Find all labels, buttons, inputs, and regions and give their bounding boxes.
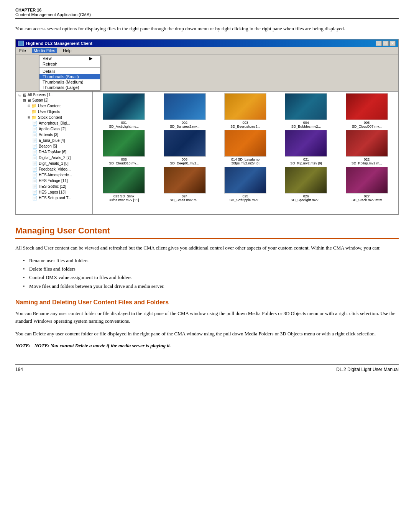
tree-item-susan[interactable]: ⊟ 🖥 Susan [2] <box>17 98 92 103</box>
tree-item-luna-blue[interactable]: 📄 a_luna_blue [4] <box>17 138 92 143</box>
thumb-item-002[interactable]: 002SD_Baitview2.mv... <box>155 93 214 128</box>
thumb-label-014: 014 SD_Lavalamp30fps.mv2.m2v [8] <box>231 158 260 165</box>
thumb-item-001[interactable]: 001SD_Arcticlight.mv... <box>94 93 153 128</box>
tree-item-hes-logos[interactable]: 📄 HES Logos [13] <box>17 189 92 195</box>
dropdown-thumbnails-small[interactable]: Thumbnails (Small) <box>39 74 100 79</box>
tree-item-digital-arials-2[interactable]: 📄 Digital_Arials_2 [7] <box>17 155 92 161</box>
thumb-item-004[interactable]: 004SD_Bubbles.mv2... <box>276 93 335 128</box>
menu-file[interactable]: File <box>18 48 28 53</box>
tree-item-stock-content[interactable]: ⊟ 📁 Stock Content <box>17 115 92 120</box>
naming-para1: You can Rename any user content folder o… <box>15 310 399 326</box>
thumb-item-006[interactable]: 006SD_Cloud010.mv... <box>94 130 153 165</box>
tree-item-all-servers[interactable]: ⊟ 🖥 All Servers [1... <box>17 92 92 98</box>
managing-bullets: Rename user files and folders Delete fil… <box>15 256 399 290</box>
title-bar-buttons: _ □ ✕ <box>376 41 396 46</box>
tree-item-amorphous[interactable]: 📄 Amorphous_Digi... <box>17 120 92 126</box>
tree-label-all-servers: All Servers [1... <box>28 93 54 97</box>
page-footer: 194 DL.2 Digital Light User Manual <box>15 364 399 372</box>
bullet-delete: Delete files and folders <box>23 265 399 273</box>
tree-label-hes-gothic: HES Gothic [12] <box>39 184 66 189</box>
tree-label-digital-arials-2: Digital_Arials_2 [7] <box>39 156 71 160</box>
thumb-image-014 <box>224 130 266 157</box>
tree-label-hes-foliage: HES Foliage [11] <box>39 179 68 183</box>
page-number: 194 <box>15 367 23 372</box>
menu-help[interactable]: Help <box>61 48 73 53</box>
dropdown-thumbnails-large[interactable]: Thumbnails (Large) <box>39 85 100 90</box>
folder-icon-user-content: 📁 <box>31 103 37 108</box>
tree-item-hes-foliage[interactable]: 📄 HES Foliage [11] <box>17 178 92 184</box>
app-title: HighEnd DL2 Management Client <box>26 41 92 46</box>
intro-paragraph: You can access several options for displ… <box>15 25 399 33</box>
tree-item-beacon[interactable]: 📄 Beacon [5] <box>17 143 92 149</box>
thumb-image-023 <box>103 167 145 194</box>
chapter-title: Content Management Application (CMA) <box>15 12 399 17</box>
tree-item-dha-topmac[interactable]: 📄 DHA TopMac [6] <box>17 149 92 155</box>
app-icon <box>18 41 24 46</box>
tree-label-stock-content: Stock Content <box>38 115 62 120</box>
expand-icon-user-content: ⊞ <box>28 104 31 108</box>
dropdown-thumbnails-large-label: Thumbnails (Large) <box>43 85 79 90</box>
thumb-item-014[interactable]: 014 SD_Lavalamp30fps.mv2.m2v [8] <box>216 130 275 165</box>
thumb-item-026[interactable]: 026SD_Spotlight.mv2... <box>276 167 335 202</box>
tree-item-apollo[interactable]: 📄 Apollo Glass [2] <box>17 126 92 132</box>
tree-label-user-objects: User Objects <box>38 110 60 114</box>
file-icon-artbeats: 📄 <box>32 132 38 137</box>
tree-item-artbeats[interactable]: 📄 Artbeats [3] <box>17 132 92 138</box>
tree-item-feedback[interactable]: 📄 Feedback_Video... <box>17 166 92 172</box>
thumb-image-005 <box>346 93 388 120</box>
note-label: NOTE: <box>15 343 34 348</box>
tree-label-beacon: Beacon [5] <box>39 144 57 148</box>
dropdown-view[interactable]: View ▶ <box>39 56 100 61</box>
maximize-button[interactable]: □ <box>383 41 389 46</box>
manual-title: DL.2 Digital Light User Manual <box>336 367 399 372</box>
dropdown-area: View ▶ Refresh Details Thumbnails (Small… <box>16 54 398 92</box>
thumb-image-008 <box>164 130 206 157</box>
thumb-item-008[interactable]: 008SD_Deep01.mv2... <box>155 130 214 165</box>
tree-label-feedback: Feedback_Video... <box>39 167 71 171</box>
file-icon-digit-airials-1: 📄 <box>32 161 38 166</box>
section-managing-title: Managing User Content <box>15 226 399 239</box>
thumb-item-024[interactable]: 024SD_Smelt.mv2.m... <box>155 167 214 202</box>
minimize-button[interactable]: _ <box>376 41 382 46</box>
naming-para2: You can Delete any user content folder o… <box>15 330 399 338</box>
tree-item-hes-setup[interactable]: 📄 HES Setup and T... <box>17 195 92 201</box>
tree-label-artbeats: Artbeats [3] <box>39 133 58 137</box>
tree-item-hes-atmospheric[interactable]: 📄 HES Atmospheric... <box>17 172 92 178</box>
thumb-item-005[interactable]: 005SD_Cloud007.mv... <box>337 93 396 128</box>
file-icon-hes-setup: 📄 <box>32 195 38 200</box>
thumb-label-025: 025SD_Softripple.mv2... <box>230 194 261 202</box>
thumb-item-003[interactable]: 003SD_Beerush.mv2... <box>216 93 275 128</box>
tree-item-hes-gothic[interactable]: 📄 HES Gothic [12] <box>17 184 92 189</box>
thumb-item-023[interactable]: 023 SD_Slink30fps.mv2.m2v [11] <box>94 167 153 202</box>
menu-media-files[interactable]: Media Files <box>32 48 57 53</box>
chapter-number: CHAPTER 16 <box>15 8 399 12</box>
chapter-header: CHAPTER 16 Content Management Applicatio… <box>15 8 399 19</box>
dropdown-thumbnails-medium[interactable]: Thumbnails (Medium) <box>39 79 100 85</box>
dropdown-thumbnails-small-label: Thumbnails (Small) <box>43 74 79 79</box>
file-icon-apollo: 📄 <box>32 126 38 131</box>
thumb-image-001 <box>103 93 145 120</box>
thumb-label-003: 003SD_Beerush.mv2... <box>230 121 260 128</box>
thumbnails-panel: 001SD_Arcticlight.mv... 002SD_Baitview2.… <box>93 92 398 214</box>
thumb-label-006: 006SD_Cloud010.mv... <box>109 158 139 165</box>
thumb-item-027[interactable]: 027SD_Stack.mv2.m2v <box>337 167 396 202</box>
tree-item-user-content[interactable]: ⊞ 📁 User Content <box>17 103 92 109</box>
thumb-item-025[interactable]: 025SD_Softripple.mv2... <box>216 167 275 202</box>
dropdown-menu: View ▶ Refresh Details Thumbnails (Small… <box>39 55 100 90</box>
tree-item-digit-airials-1[interactable]: 📄 Digit_Airials_1 [8] <box>17 161 92 166</box>
bullet-rename: Rename user files and folders <box>23 256 399 265</box>
thumb-label-027: 027SD_Stack.mv2.m2v <box>352 194 382 202</box>
file-icon-hes-foliage: 📄 <box>32 178 38 183</box>
managing-intro: All Stock and User content can be viewed… <box>15 244 399 252</box>
tree-panel: ⊟ 🖥 All Servers [1... ⊟ 🖥 Susan [2] ⊞ 📁 … <box>16 92 93 214</box>
thumb-image-006 <box>103 130 145 157</box>
expand-icon-stock-content: ⊟ <box>28 115 31 119</box>
folder-icon-stock-content: 📁 <box>31 115 37 120</box>
dropdown-refresh[interactable]: Refresh <box>39 61 100 67</box>
thumb-item-021[interactable]: 021SD_Rip.mv2.m2v [9] <box>276 130 335 165</box>
tree-item-user-objects[interactable]: ⊞ 📁 User Objects <box>17 109 92 115</box>
thumb-item-022[interactable]: 022SD_Rollup.mv2.m... <box>337 130 396 165</box>
folder-icon-user-objects: 📁 <box>31 109 37 114</box>
close-button[interactable]: ✕ <box>389 41 396 46</box>
dropdown-details[interactable]: Details <box>39 69 100 74</box>
